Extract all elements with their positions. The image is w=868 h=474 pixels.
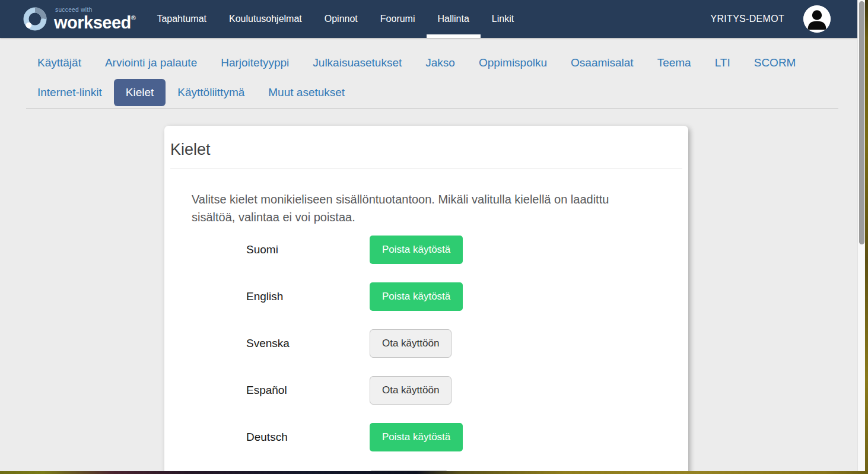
main-nav: Tapahtumat Koulutusohjelmat Opinnot Foor… (145, 0, 525, 38)
tab-muut-asetukset[interactable]: Muut asetukset (256, 79, 357, 106)
desktop-edge-right (865, 0, 868, 474)
nav-item-foorumi[interactable]: Foorumi (369, 0, 427, 38)
tab-harjoitetyyppi[interactable]: Harjoitetyyppi (209, 49, 301, 77)
enable-language-button-espanol[interactable]: Ota käyttöön (370, 376, 452, 405)
tab-arviointi-ja-palaute[interactable]: Arviointi ja palaute (93, 49, 209, 77)
navbar-right: YRITYS-DEMOT (711, 5, 831, 33)
nav-item-tapahtumat[interactable]: Tapahtumat (145, 0, 218, 38)
tab-kayttoliittyma[interactable]: Käyttöliittymä (166, 79, 256, 106)
workseed-logo[interactable]: succeed with workseed® (21, 5, 135, 33)
language-row-espanol: Español Ota käyttöön (192, 367, 661, 413)
tab-kayttajat[interactable]: Käyttäjät (26, 49, 93, 77)
tab-jakso[interactable]: Jakso (414, 49, 467, 77)
language-label: English (246, 290, 370, 303)
page-scrollbar-track[interactable] (857, 0, 865, 471)
tab-kielet[interactable]: Kielet (114, 79, 166, 106)
disable-language-button-suomi[interactable]: Poista käytöstä (370, 236, 463, 264)
nav-item-koulutusohjelmat[interactable]: Koulutusohjelmat (218, 0, 313, 38)
tab-internet-linkit[interactable]: Internet-linkit (26, 79, 114, 106)
tab-osaamisalat[interactable]: Osaamisalat (559, 49, 646, 77)
user-avatar[interactable] (803, 5, 831, 33)
language-row-deutsch: Deutsch Poista käytöstä (192, 413, 661, 460)
enable-language-button-svenska[interactable]: Ota käyttöön (370, 329, 452, 358)
top-navbar: succeed with workseed® Tapahtumat Koulut… (0, 0, 858, 38)
subnav-row-2: Internet-linkit Kielet Käyttöliittymä Mu… (26, 79, 868, 106)
workseed-logo-icon (21, 5, 49, 33)
tab-scorm[interactable]: SCORM (742, 49, 808, 77)
tab-oppimispolku[interactable]: Oppimispolku (467, 49, 559, 77)
card-title: Kielet (170, 141, 682, 159)
page-scrollbar-thumb[interactable] (859, 1, 864, 244)
languages-description: Valitse kielet monikieliseen sisällöntuo… (192, 190, 637, 226)
subnav-row-1: Käyttäjät Arviointi ja palaute Harjoitet… (26, 49, 868, 77)
registered-mark: ® (131, 14, 136, 21)
language-label: Español (246, 384, 370, 397)
tab-teema[interactable]: Teema (646, 49, 703, 77)
disable-language-button-deutsch[interactable]: Poista käytöstä (370, 423, 463, 451)
desktop-edge-bottom (0, 471, 868, 474)
language-row-svenska: Svenska Ota käyttöön (192, 320, 661, 367)
nav-item-hallinta[interactable]: Hallinta (427, 0, 481, 38)
tab-lti[interactable]: LTI (703, 49, 742, 77)
tab-julkaisuasetukset[interactable]: Julkaisuasetukset (301, 49, 414, 77)
language-label: Deutsch (246, 431, 370, 444)
language-row-english: English Poista käytöstä (192, 273, 661, 320)
logo-wordmark: workseed® (54, 13, 135, 32)
language-row-suomi: Suomi Poista käytöstä (192, 226, 661, 273)
nav-item-linkit[interactable]: Linkit (481, 0, 525, 38)
disable-language-button-english[interactable]: Poista käytöstä (370, 282, 463, 311)
subnav-divider (26, 108, 838, 109)
account-name[interactable]: YRITYS-DEMOT (711, 14, 785, 24)
languages-card: Kielet Valitse kielet monikieliseen sisä… (164, 126, 688, 474)
language-label: Svenska (246, 337, 370, 350)
logo-tagline: succeed with (55, 7, 135, 13)
language-label: Suomi (246, 243, 370, 256)
nav-item-opinnot[interactable]: Opinnot (313, 0, 369, 38)
settings-subnav: Käyttäjät Arviointi ja palaute Harjoitet… (0, 38, 868, 106)
